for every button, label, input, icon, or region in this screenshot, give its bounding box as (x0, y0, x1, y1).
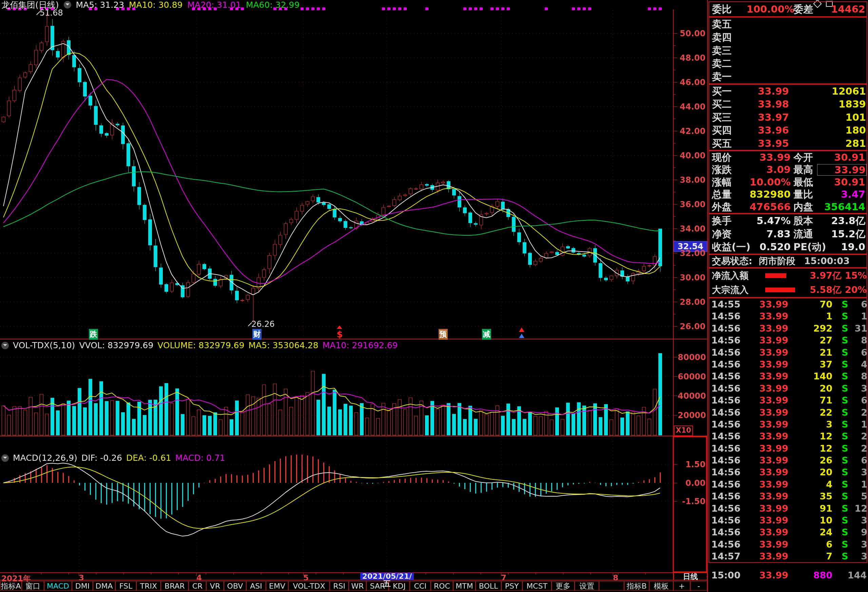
bid-row[interactable]: 买三33.97101 (709, 111, 867, 124)
chevron-down-icon[interactable] (1, 454, 9, 462)
bid-price: 33.98 (743, 98, 789, 110)
tick-row[interactable]: 14:5633.9912S2 (709, 430, 867, 442)
toolbar-button-BOLL[interactable]: BOLL (475, 581, 501, 591)
quote-value-1: 476566 (740, 201, 791, 213)
toolbar-button-VOL-TDX[interactable]: VOL-TDX (288, 581, 330, 591)
tick-row[interactable]: 14:5633.9971S6 (709, 394, 867, 406)
tick-row[interactable]: 14:5633.9920S3 (709, 466, 867, 478)
event-badge[interactable]: 跌 (89, 329, 98, 340)
macd-pane-header: MACD(12,26,9) DIF: -0.26 DEA: -0.61 MACD… (1, 453, 225, 463)
tick-row[interactable]: 14:5633.9924S9 (709, 526, 867, 538)
toolbar-button-VR[interactable]: VR (206, 581, 224, 591)
tick-row[interactable]: 14:5633.9921S6 (709, 346, 867, 358)
stat-label-2: 股本 (793, 214, 813, 228)
tick-row[interactable]: 14:5633.9926S6 (709, 454, 867, 466)
toolbar-button-DMA[interactable]: DMA (93, 581, 115, 591)
bid-row[interactable]: 买一33.9912061 (709, 85, 867, 98)
tick-row[interactable]: 14:5633.9991S12 (709, 502, 867, 514)
bid-row[interactable]: 买二33.981839 (709, 98, 867, 110)
toolbar-button-TRIX[interactable]: TRIX (136, 581, 161, 591)
tick-row[interactable]: 14:5633.9920S3 (709, 383, 867, 394)
volume-scale-note: X10 (674, 426, 693, 436)
toolbar-button-更多[interactable]: 更多 (552, 581, 574, 591)
ask-row[interactable]: 卖三 (709, 44, 867, 57)
tick-row[interactable]: 14:5633.99140S8 (709, 370, 867, 382)
bid-row[interactable]: 买四33.96180 (709, 124, 867, 137)
toolbar-button-ROC[interactable]: ROC (431, 581, 453, 591)
toolbar-button-EMV[interactable]: EMV (266, 581, 288, 591)
tick-row[interactable]: 14:5733.997S3 (709, 550, 867, 562)
toolbar-button-CR[interactable]: CR (189, 581, 206, 591)
tick-row[interactable]: 14:5633.991S1 (709, 310, 867, 322)
tick-row[interactable]: 14:5633.9922S2 (709, 406, 867, 418)
toolbar-button-MACD[interactable]: MACD (44, 581, 72, 591)
ask-row[interactable]: 卖四 (709, 31, 867, 44)
tick-volume: 140 (791, 370, 833, 382)
tick-price: 33.99 (743, 358, 788, 370)
chevron-down-icon[interactable] (64, 1, 71, 9)
tick-row[interactable]: 14:5633.9937S4 (709, 358, 867, 370)
macd-axis-label: 0.00 (678, 479, 706, 488)
tick-row[interactable]: 14:5633.996S3 (709, 538, 867, 550)
zoom-in-button[interactable]: + (673, 581, 690, 591)
toolbar-button-CCI[interactable]: CCI (410, 581, 431, 591)
toolbar-button-MCST[interactable]: MCST (523, 581, 552, 591)
last-tick-row[interactable]: 15:00 33.99 880 144 (709, 570, 867, 580)
stats-row: 换手5.47%股本23.8亿 (709, 214, 867, 228)
tick-row[interactable]: 14:5633.993S1 (709, 418, 867, 430)
bid-volume: 101 (794, 111, 866, 124)
indicator-b-button[interactable]: 指标B (624, 581, 649, 591)
ask-row[interactable]: 卖二 (709, 57, 867, 70)
event-badge[interactable]: 减 (482, 329, 491, 340)
dif-value: DIF: -0.26 (81, 453, 122, 463)
tick-row[interactable]: 14:5633.9910S3 (709, 514, 867, 526)
weibi-label: 委比 (712, 2, 732, 16)
zoom-out-button[interactable]: - (690, 581, 707, 591)
ask-row[interactable]: 卖五 (709, 18, 867, 31)
event-badge[interactable]: $ (335, 329, 344, 340)
tick-count: 2 (848, 442, 867, 454)
toolbar-button-DMI[interactable]: DMI (72, 581, 93, 591)
toolbar-button-KDJ[interactable]: KDJ (389, 581, 410, 591)
tick-count: 3 (848, 466, 867, 478)
candlestick-chart-canvas[interactable] (0, 0, 707, 580)
toolbar-button-RSI[interactable]: RSI (330, 581, 349, 591)
ask-row[interactable]: 卖一 (709, 70, 867, 83)
bid-row[interactable]: 买五33.95281 (709, 137, 867, 150)
bid-levels-section: 买一33.9912061买二33.981839买三33.97101买四33.96… (709, 84, 867, 150)
toolbar-button-BRAR[interactable]: BRAR (161, 581, 189, 591)
tick-row[interactable]: 14:5633.994S1 (709, 479, 867, 490)
bid-price: 33.99 (743, 85, 789, 98)
tick-row[interactable]: 14:5533.9970S6 (709, 298, 867, 310)
toolbar-button-MTM[interactable]: MTM (453, 581, 475, 591)
toolbar-button-设置[interactable]: 设置 (574, 581, 599, 591)
status-label: 交易状态: (712, 256, 752, 266)
tick-row[interactable]: 14:5633.9912S2 (709, 442, 867, 454)
chevron-down-icon[interactable] (1, 342, 9, 349)
event-badge[interactable]: 预 (438, 329, 448, 340)
toolbar-button-OBV[interactable]: OBV (224, 581, 246, 591)
price-axis-label: 42.00 (678, 127, 706, 136)
toolbar-button-WR[interactable]: WR (349, 581, 366, 591)
toolbar-button-PSY[interactable]: PSY (501, 581, 523, 591)
template-button[interactable]: 模板 (649, 581, 673, 591)
tick-volume: 4 (791, 479, 833, 490)
tick-row[interactable]: 14:5633.99292S31 (709, 323, 867, 334)
price-axis-label: 48.00 (678, 53, 706, 63)
tick-price: 33.99 (743, 418, 788, 430)
toolbar-button-ASI[interactable]: ASI (246, 581, 266, 591)
tick-row[interactable]: 14:5633.9935S5 (709, 490, 867, 502)
tick-row[interactable]: 14:5633.9927S8 (709, 334, 867, 346)
tick-volume: 37 (791, 358, 833, 370)
toolbar-button-FSL[interactable]: FSL (115, 581, 136, 591)
stat-value-2: 19.0 (817, 240, 865, 253)
ask-label: 卖四 (712, 31, 732, 44)
event-badge[interactable]: 财 (252, 329, 261, 340)
bid-price: 33.96 (743, 124, 789, 137)
x-axis-label: 3 (79, 573, 84, 582)
weibi-section: 委比 100.00% 委差 14462 (709, 1, 867, 17)
tick-volume: 20 (791, 466, 833, 478)
period-button[interactable]: 日线 (674, 573, 707, 580)
macd-axis-label: 1.50 (678, 460, 706, 469)
quote-label-2: 量比 (793, 188, 813, 200)
